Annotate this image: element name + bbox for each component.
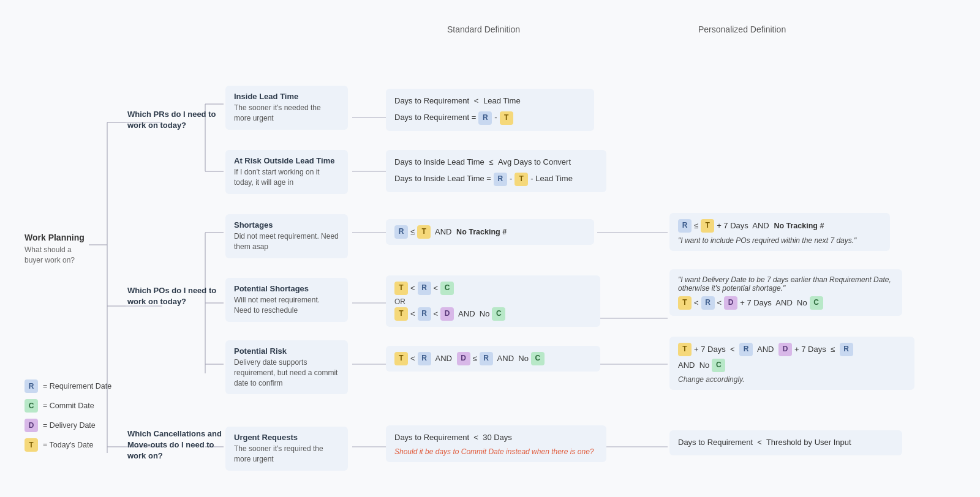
shortages-desc: Did not meet requirement. Need them asap bbox=[234, 231, 339, 252]
inside-lead-time-title: Inside Lead Time bbox=[234, 92, 339, 101]
at-risk-std-line1: Days to Inside Lead Time ≤ Avg Days to C… bbox=[394, 156, 598, 169]
pr-pers-note: Change accordingly. bbox=[678, 375, 906, 384]
at-risk-standard: Days to Inside Lead Time ≤ Avg Days to C… bbox=[386, 150, 606, 192]
ps-pers-formula: T < R < D + 7 Days AND No C bbox=[678, 296, 894, 310]
ps-std-or: OR bbox=[394, 297, 592, 306]
potential-risk-desc: Delivery date supports requirement, but … bbox=[234, 357, 339, 388]
ps-std-line1: T < R < C bbox=[394, 282, 592, 295]
urgent-requests-personalized: Days to Requirement < Threshold by User … bbox=[669, 430, 902, 455]
shortages-standard: R ≤ T AND No Tracking # bbox=[386, 219, 594, 245]
potential-risk-standard: T < R AND D ≤ R AND No C bbox=[386, 346, 600, 372]
ur-std-note: Should it be days to Commit Date instead… bbox=[394, 447, 598, 456]
ur-pers-line1: Days to Requirement < Threshold by User … bbox=[678, 436, 894, 449]
at-risk-title: At Risk Outside Lead Time bbox=[234, 156, 339, 165]
potential-shortages-standard: T < R < C OR T < R < D AND No C bbox=[386, 275, 600, 327]
legend-d: D = Delivery Date bbox=[24, 419, 111, 432]
badge-t: T bbox=[24, 438, 38, 452]
legend-t: T = Today's Date bbox=[24, 438, 111, 452]
pr-pers-formula2: AND No C bbox=[678, 359, 906, 372]
at-risk-std-line2: Days to Inside Lead Time = R - T - Lead … bbox=[394, 173, 598, 186]
legend-r: R = Requirement Date bbox=[24, 379, 111, 393]
legend-t-label: = Today's Date bbox=[43, 441, 93, 449]
root-title: Work Planning bbox=[24, 233, 92, 242]
potential-shortages-title: Potential Shortages bbox=[234, 284, 339, 293]
personalized-definition-header: Personalized Definition bbox=[698, 24, 786, 34]
ps-std-line2: T < R < D AND No C bbox=[394, 307, 592, 321]
pr-std-formula: T < R AND D ≤ R AND No C bbox=[394, 352, 592, 365]
shortages-pers-note: "I want to include POs required within t… bbox=[678, 236, 881, 245]
legend-d-label: = Delivery Date bbox=[43, 421, 96, 430]
legend: R = Requirement Date C = Commit Date D =… bbox=[24, 379, 111, 452]
potential-risk-card: Potential Risk Delivery date supports re… bbox=[225, 340, 348, 394]
legend-c-label: = Commit Date bbox=[43, 402, 94, 410]
pr-pers-formula: T + 7 Days < R AND D + 7 Days ≤ R bbox=[678, 343, 906, 356]
urgent-requests-desc: The sooner it's required the more urgent bbox=[234, 444, 339, 465]
shortages-card: Shortages Did not meet requirement. Need… bbox=[225, 214, 348, 258]
branch-prs-label: Which PRs do I need to work on today? bbox=[127, 109, 218, 131]
badge-d: D bbox=[24, 419, 38, 432]
potential-shortages-personalized: "I want Delivery Date to be 7 days earli… bbox=[669, 269, 902, 316]
potential-shortages-desc: Will not meet requirement. Need to resch… bbox=[234, 295, 339, 316]
inside-lead-time-standard: Days to Requirement < Lead Time Days to … bbox=[386, 89, 594, 131]
urgent-requests-standard: Days to Requirement < 30 Days Should it … bbox=[386, 425, 606, 462]
legend-c: C = Commit Date bbox=[24, 399, 111, 413]
shortages-personalized: R ≤ T + 7 Days AND No Tracking # "I want… bbox=[669, 213, 890, 251]
potential-risk-title: Potential Risk bbox=[234, 346, 339, 356]
branch-cancel-title: Which Cancellations and Move-outs do I n… bbox=[127, 428, 222, 462]
shortages-std-formula: R ≤ T AND No Tracking # bbox=[394, 225, 586, 239]
branch-prs-title: Which PRs do I need to work on today? bbox=[127, 109, 218, 131]
inside-lead-time-std-line2: Days to Requirement = R - T bbox=[394, 111, 586, 125]
inside-lead-time-std-line1: Days to Requirement < Lead Time bbox=[394, 95, 586, 108]
potential-shortages-card: Potential Shortages Will not meet requir… bbox=[225, 278, 348, 322]
root-node: Work Planning What should a buyer work o… bbox=[24, 233, 92, 266]
shortages-pers-formula: R ≤ T + 7 Days AND No Tracking # bbox=[678, 219, 881, 233]
root-subtitle: What should a buyer work on? bbox=[24, 245, 92, 266]
diagram: Standard Definition Personalized Definit… bbox=[18, 24, 962, 477]
potential-risk-personalized: T + 7 Days < R AND D + 7 Days ≤ R AND No… bbox=[669, 337, 914, 390]
badge-r: R bbox=[24, 379, 38, 393]
branch-pos-title: Which POs do I need to work on today? bbox=[127, 285, 218, 307]
at-risk-desc: If I don't start working on it today, it… bbox=[234, 167, 339, 188]
legend-r-label: = Requirement Date bbox=[43, 382, 111, 390]
shortages-title: Shortages bbox=[234, 220, 339, 230]
urgent-requests-title: Urgent Requests bbox=[234, 433, 339, 442]
branch-pos-label: Which POs do I need to work on today? bbox=[127, 285, 218, 307]
at-risk-card: At Risk Outside Lead Time If I don't sta… bbox=[225, 150, 348, 194]
inside-lead-time-desc: The sooner it's needed the more urgent bbox=[234, 103, 339, 124]
ps-pers-note: "I want Delivery Date to be 7 days earli… bbox=[678, 275, 894, 293]
page: Standard Definition Personalized Definit… bbox=[0, 0, 980, 497]
standard-definition-header: Standard Definition bbox=[447, 24, 520, 34]
badge-c: C bbox=[24, 399, 38, 413]
branch-cancel-label: Which Cancellations and Move-outs do I n… bbox=[127, 428, 222, 462]
ur-std-line1: Days to Requirement < 30 Days bbox=[394, 432, 598, 444]
inside-lead-time-card: Inside Lead Time The sooner it's needed … bbox=[225, 86, 348, 130]
urgent-requests-card: Urgent Requests The sooner it's required… bbox=[225, 427, 348, 471]
